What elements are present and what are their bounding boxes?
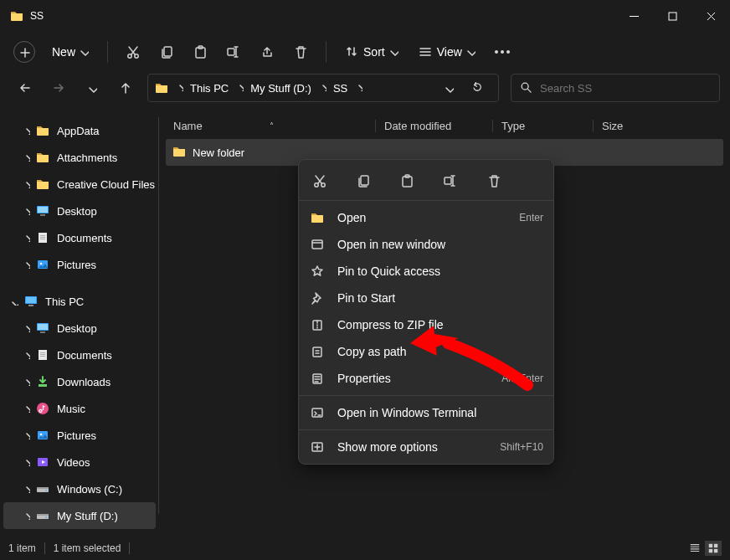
copypath-icon bbox=[309, 343, 326, 360]
column-header-size[interactable]: Size bbox=[593, 120, 660, 132]
pin-icon bbox=[309, 290, 326, 306]
ctx-label: Show more options bbox=[337, 440, 500, 454]
ctx-show-more-options[interactable]: Show more options Shift+F10 bbox=[299, 434, 553, 460]
chevron-right-icon[interactable] bbox=[20, 458, 32, 466]
details-view-toggle[interactable] bbox=[686, 541, 703, 556]
chevron-right-icon[interactable] bbox=[20, 180, 32, 188]
chevron-right-icon[interactable] bbox=[20, 324, 32, 332]
ctx-pin-to-start[interactable]: Pin to Start bbox=[299, 285, 553, 311]
sidebar-item-label: Attachments bbox=[57, 152, 117, 164]
chevron-right-icon[interactable] bbox=[20, 260, 32, 269]
close-button[interactable] bbox=[691, 0, 730, 32]
thumbnails-view-toggle[interactable] bbox=[705, 541, 722, 556]
address-bar[interactable]: This PC My Stuff (D:) SS bbox=[147, 74, 499, 102]
ctx-open[interactable]: Open Enter bbox=[299, 204, 553, 231]
ctx-copy-button[interactable] bbox=[351, 168, 376, 193]
sidebar-item-label: Desktop bbox=[57, 322, 97, 335]
column-header-type[interactable]: Type bbox=[492, 120, 593, 132]
sidebar-item-creative-cloud-files[interactable]: Creative Cloud Files bbox=[0, 171, 159, 198]
breadcrumb-folder[interactable]: SS bbox=[330, 82, 351, 95]
sidebar-item-videos[interactable]: Videos bbox=[0, 449, 159, 475]
sidebar-item-desktop[interactable]: Desktop bbox=[0, 315, 159, 342]
view-button[interactable]: View bbox=[410, 37, 484, 67]
sidebar-item-label: Music bbox=[57, 403, 85, 415]
search-input[interactable] bbox=[540, 82, 711, 95]
sidebar-item-my-stuff-d-[interactable]: My Stuff (D:) bbox=[3, 502, 156, 529]
chevron-right-icon[interactable] bbox=[20, 485, 32, 493]
chevron-right-icon[interactable] bbox=[20, 378, 32, 386]
sidebar-item-documents[interactable]: Documents bbox=[0, 224, 159, 251]
chevron-right-icon[interactable] bbox=[351, 83, 366, 93]
ctx-open-in-new-window[interactable]: Open in new window bbox=[299, 231, 553, 258]
new-label: New bbox=[52, 45, 75, 59]
sidebar-item-pictures[interactable]: Pictures bbox=[0, 251, 159, 278]
sidebar-item-label: Pictures bbox=[57, 429, 96, 442]
refresh-button[interactable] bbox=[463, 75, 491, 100]
search-icon bbox=[520, 81, 540, 95]
sidebar-item-this-pc[interactable]: This PC bbox=[0, 288, 159, 315]
chevron-right-icon[interactable] bbox=[20, 153, 32, 162]
share-button[interactable] bbox=[252, 37, 282, 67]
sort-label: Sort bbox=[363, 45, 385, 59]
sidebar-item-label: Creative Cloud Files bbox=[57, 178, 155, 191]
sidebar-item-pictures[interactable]: Pictures bbox=[0, 422, 159, 449]
chevron-right-icon[interactable] bbox=[232, 83, 247, 93]
ctx-copy-as-path[interactable]: Copy as path bbox=[299, 338, 553, 365]
address-dropdown-button[interactable] bbox=[434, 75, 463, 100]
search-box[interactable] bbox=[511, 74, 720, 102]
chevron-down-icon[interactable] bbox=[8, 297, 20, 306]
chevron-right-icon[interactable] bbox=[20, 431, 32, 439]
chevron-right-icon[interactable] bbox=[20, 234, 32, 242]
sidebar-item-downloads[interactable]: Downloads bbox=[0, 368, 159, 395]
ctx-open-terminal[interactable]: Open in Windows Terminal bbox=[299, 399, 553, 426]
chevron-right-icon[interactable] bbox=[20, 511, 32, 520]
svg-rect-34 bbox=[709, 549, 712, 552]
breadcrumb-thispc[interactable]: This PC bbox=[187, 82, 232, 95]
ctx-shortcut: Enter bbox=[519, 212, 543, 223]
up-button[interactable] bbox=[111, 74, 141, 102]
ctx-compress-to-zip-file[interactable]: Compress to ZIP file bbox=[299, 311, 553, 338]
window-title: SS bbox=[30, 10, 44, 22]
ctx-cut-button[interactable] bbox=[307, 168, 332, 193]
sidebar-item-windows-c-[interactable]: Windows (C:) bbox=[0, 475, 159, 502]
sidebar-item-desktop[interactable]: Desktop bbox=[0, 198, 159, 224]
documents-icon bbox=[35, 230, 50, 245]
chevron-right-icon[interactable] bbox=[20, 404, 32, 413]
ctx-properties[interactable]: Properties Alt+Enter bbox=[299, 365, 553, 392]
ctx-paste-button[interactable] bbox=[394, 168, 419, 193]
sidebar-item-music[interactable]: Music bbox=[0, 395, 159, 422]
sidebar-item-documents[interactable]: Documents bbox=[0, 342, 159, 368]
cut-button[interactable] bbox=[118, 37, 148, 67]
ctx-pin-to-quick-access[interactable]: Pin to Quick access bbox=[299, 258, 553, 285]
chevron-right-icon[interactable] bbox=[20, 207, 32, 215]
desktop-icon bbox=[35, 203, 50, 218]
more-button[interactable] bbox=[487, 37, 517, 67]
sidebar-item-appdata[interactable]: AppData bbox=[0, 117, 159, 144]
chevron-right-icon[interactable] bbox=[315, 83, 330, 93]
file-name: New folder bbox=[193, 146, 244, 159]
new-button[interactable]: New bbox=[44, 37, 97, 67]
copy-button[interactable] bbox=[152, 37, 182, 67]
minimize-button[interactable] bbox=[614, 0, 653, 32]
column-header-date[interactable]: Date modified bbox=[375, 120, 492, 132]
delete-button[interactable] bbox=[285, 37, 316, 67]
paste-button[interactable] bbox=[185, 37, 215, 67]
ctx-delete-button[interactable] bbox=[481, 168, 506, 193]
new-plus-icon[interactable] bbox=[13, 41, 35, 63]
ctx-rename-button[interactable] bbox=[438, 168, 463, 193]
chevron-right-icon[interactable] bbox=[20, 126, 32, 135]
recent-locations-button[interactable] bbox=[77, 74, 107, 102]
back-button[interactable] bbox=[10, 74, 40, 102]
sort-button[interactable]: Sort bbox=[337, 37, 407, 67]
breadcrumb-drive[interactable]: My Stuff (D:) bbox=[247, 82, 315, 95]
ctx-label: Copy as path bbox=[337, 345, 543, 358]
chevron-right-icon[interactable] bbox=[20, 351, 32, 359]
forward-button[interactable] bbox=[44, 74, 74, 102]
ctx-shortcut: Alt+Enter bbox=[501, 372, 543, 384]
context-menu-icon-row bbox=[299, 163, 553, 197]
column-header-name[interactable]: Name˄ bbox=[164, 120, 375, 132]
sidebar-item-attachments[interactable]: Attachments bbox=[0, 144, 159, 171]
chevron-right-icon[interactable] bbox=[172, 83, 187, 93]
maximize-button[interactable] bbox=[653, 0, 691, 32]
rename-button[interactable] bbox=[218, 37, 249, 67]
